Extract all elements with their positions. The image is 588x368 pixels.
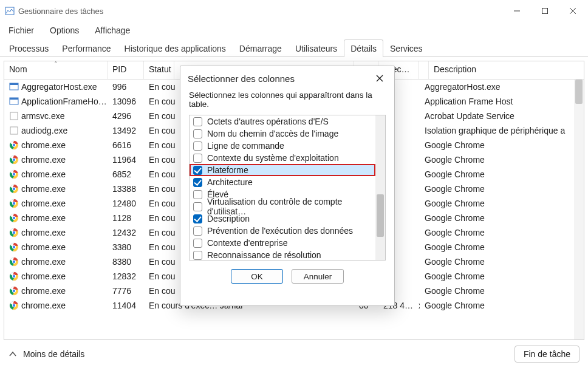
process-name: audiodg.exe <box>21 126 67 135</box>
process-icon <box>9 301 19 310</box>
process-pid: 8380 <box>108 257 144 267</box>
dialog-subtitle: Sélectionnez les colonnes qui apparaîtro… <box>180 90 394 115</box>
svg-rect-6 <box>10 83 18 85</box>
process-name: chrome.exe <box>21 184 66 194</box>
checkbox[interactable] <box>193 251 202 260</box>
vertical-scrollbar[interactable] <box>574 80 584 339</box>
column-option[interactable]: Plateforme <box>190 164 375 176</box>
tab-users[interactable]: Utilisateurs <box>289 39 344 56</box>
column-option[interactable]: Contexte d'entreprise <box>190 237 375 249</box>
end-task-button[interactable]: Fin de tâche <box>514 346 579 363</box>
checkbox[interactable] <box>193 190 202 199</box>
column-option[interactable]: Architecture <box>190 176 375 188</box>
checkbox[interactable] <box>193 202 202 211</box>
process-pid: 3380 <box>108 242 144 252</box>
svg-point-22 <box>13 188 15 190</box>
process-name: chrome.exe <box>21 140 66 150</box>
process-name: chrome.exe <box>21 213 66 223</box>
checkbox[interactable] <box>193 129 202 138</box>
column-option[interactable]: Ligne de commande <box>190 140 375 152</box>
process-pid: 13492 <box>108 126 144 135</box>
tab-services[interactable]: Services <box>383 39 429 56</box>
maximize-button[interactable] <box>531 0 559 22</box>
process-name: AggregatorHost.exe <box>21 82 97 92</box>
process-pid: 6616 <box>108 140 144 150</box>
sort-ascending-icon: ˄ <box>54 61 58 69</box>
checkbox[interactable] <box>193 141 202 151</box>
column-option-label: Description <box>207 214 250 223</box>
tab-processes[interactable]: Processus <box>2 39 55 56</box>
dialog-scrollbar[interactable] <box>375 115 385 260</box>
tab-app-history[interactable]: Historique des applications <box>118 39 233 56</box>
svg-rect-10 <box>10 127 18 134</box>
tab-details[interactable]: Détails <box>344 39 383 56</box>
process-description: Application Frame Host <box>420 97 584 106</box>
column-option[interactable]: Nom du chemin d'accès de l'image <box>190 128 375 140</box>
column-option-label: Reconnaissance de résolution <box>207 250 321 260</box>
process-name: chrome.exe <box>21 286 66 296</box>
checkbox[interactable] <box>193 154 202 163</box>
dialog-ok-button[interactable]: OK <box>231 269 283 284</box>
checkbox[interactable] <box>193 214 202 223</box>
process-name: chrome.exe <box>21 169 66 179</box>
checkbox[interactable] <box>193 117 202 126</box>
minimize-button[interactable] <box>503 0 531 22</box>
checkbox[interactable] <box>193 227 202 236</box>
svg-point-37 <box>13 261 15 263</box>
dialog-scrollbar-thumb[interactable] <box>377 194 384 237</box>
fewer-details-toggle[interactable]: Moins de détails <box>9 349 84 359</box>
column-header-pid[interactable]: PID <box>108 61 144 79</box>
process-description: Google Chrome <box>420 169 584 179</box>
svg-rect-8 <box>10 98 18 100</box>
process-name: chrome.exe <box>21 155 66 165</box>
process-pid: 1128 <box>108 213 144 223</box>
dialog-title: Sélectionner des colonnes <box>188 73 295 84</box>
svg-rect-2 <box>542 9 548 14</box>
menu-bar: Fichier Options Affichage <box>0 22 588 39</box>
process-description: Google Chrome <box>420 301 584 310</box>
process-description: Google Chrome <box>420 257 584 267</box>
svg-point-19 <box>13 173 15 175</box>
menu-file[interactable]: Fichier <box>5 23 38 38</box>
select-columns-dialog: Sélectionner des colonnes Sélectionnez l… <box>180 66 395 306</box>
process-description: Isolation graphique de périphérique a <box>420 126 584 135</box>
column-option[interactable]: Prévention de l'exécution des données <box>190 225 375 237</box>
column-option[interactable]: Virtualisation du contrôle de compte d'u… <box>190 200 375 213</box>
column-header-status[interactable]: Statut <box>144 61 174 79</box>
tab-performance[interactable]: Performance <box>55 39 117 56</box>
process-description: AggregatorHost.exe <box>420 82 584 92</box>
svg-point-40 <box>13 275 15 278</box>
column-header-name[interactable]: Nom˄ <box>4 61 108 79</box>
scrollbar-thumb[interactable] <box>575 80 583 104</box>
checkbox[interactable] <box>193 239 202 248</box>
column-option[interactable]: Octets d'autres opérations d'E/S <box>190 115 375 128</box>
column-option-label: Octets d'autres opérations d'E/S <box>207 117 329 126</box>
column-header-description[interactable]: Description <box>429 61 584 79</box>
process-description: Google Chrome <box>420 199 584 208</box>
checkbox[interactable] <box>193 166 202 175</box>
column-option-label: Plateforme <box>207 165 248 175</box>
column-option[interactable]: Contexte du système d'exploitation <box>190 152 375 164</box>
svg-point-43 <box>13 290 15 292</box>
footer-bar: Moins de détails Fin de tâche <box>0 340 588 368</box>
process-name: chrome.exe <box>21 228 66 237</box>
column-header-spacer[interactable] <box>419 61 429 79</box>
column-option-label: Prévention de l'exécution des données <box>207 226 353 236</box>
process-icon <box>9 126 19 135</box>
process-icon <box>9 228 19 237</box>
checkbox[interactable] <box>193 178 202 187</box>
process-pid: 996 <box>108 82 144 92</box>
close-button[interactable] <box>559 0 587 22</box>
tab-bar: Processus Performance Historique des app… <box>0 39 588 57</box>
menu-view[interactable]: Affichage <box>91 23 134 38</box>
process-pid: 6852 <box>108 169 144 179</box>
svg-point-34 <box>13 246 15 248</box>
column-option[interactable]: Reconnaissance de résolution <box>190 249 375 260</box>
process-icon <box>9 213 19 223</box>
dialog-cancel-button[interactable]: Annuler <box>292 269 344 284</box>
chevron-up-icon <box>9 350 17 358</box>
process-description: Google Chrome <box>420 184 584 194</box>
menu-options[interactable]: Options <box>46 23 83 38</box>
dialog-close-button[interactable] <box>372 71 387 86</box>
tab-startup[interactable]: Démarrage <box>233 39 289 56</box>
